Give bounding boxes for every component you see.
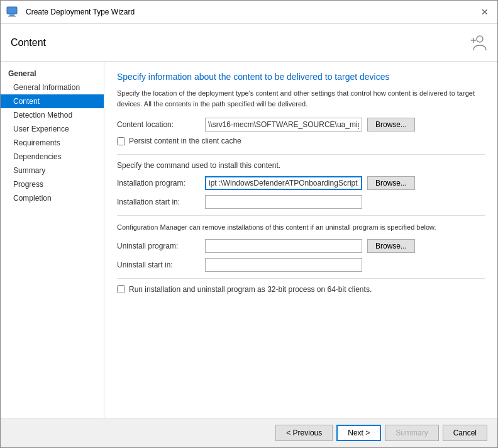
persist-cache-checkbox[interactable]: [117, 137, 125, 145]
persist-cache-label: Persist content in the client cache: [129, 137, 241, 145]
body: General General Information Content Dete…: [1, 62, 497, 418]
sidebar-item-detection-method[interactable]: Detection Method: [1, 108, 104, 122]
description-text: Specify the location of the deployment t…: [117, 88, 485, 109]
installation-program-row: Installation program: Browse...: [117, 176, 485, 190]
installation-start-in-row: Installation start in:: [117, 195, 485, 209]
separator-3: [117, 278, 485, 279]
installation-start-in-input[interactable]: [205, 195, 362, 209]
run-32bit-row: Run installation and uninstall program a…: [117, 285, 485, 294]
browse-button-1[interactable]: Browse...: [367, 118, 415, 132]
header-strip: Content: [1, 24, 497, 62]
title-bar-title: Create Deployment Type Wizard: [26, 8, 135, 16]
uninstall-program-input[interactable]: [205, 239, 362, 253]
config-note: Configuration Manager can remove install…: [117, 222, 485, 233]
cancel-button[interactable]: Cancel: [443, 425, 487, 441]
summary-button[interactable]: Summary: [385, 425, 438, 441]
uninstall-start-in-label: Uninstall start in:: [117, 260, 205, 269]
content-location-label: Content location:: [117, 120, 205, 129]
header-title: Content: [11, 37, 46, 48]
uninstall-start-in-row: Uninstall start in:: [117, 258, 485, 272]
separator-1: [117, 154, 485, 155]
browse-button-2[interactable]: Browse...: [367, 176, 415, 190]
content-location-input[interactable]: [205, 118, 362, 132]
separator-2: [117, 215, 485, 216]
content-location-row: Content location: Browse...: [117, 118, 485, 132]
next-button[interactable]: Next >: [336, 425, 381, 441]
title-bar: Create Deployment Type Wizard ✕: [1, 1, 497, 24]
browse-button-3[interactable]: Browse...: [367, 239, 415, 253]
svg-rect-2: [8, 16, 16, 17]
close-button[interactable]: ✕: [477, 6, 492, 18]
wizard-window: Create Deployment Type Wizard ✕ Content …: [0, 0, 498, 448]
sidebar-item-user-experience[interactable]: User Experience: [1, 122, 104, 136]
title-bar-left: Create Deployment Type Wizard: [6, 4, 135, 20]
installation-start-in-label: Installation start in:: [117, 198, 205, 206]
sidebar-item-completion[interactable]: Completion: [1, 191, 104, 205]
header-icon: [467, 33, 487, 53]
run-32bit-label: Run installation and uninstall program a…: [129, 285, 372, 294]
section-title: Specify information about the content to…: [117, 72, 485, 82]
sidebar-item-content[interactable]: Content: [1, 94, 104, 108]
uninstall-start-in-input[interactable]: [205, 258, 362, 272]
sidebar-item-progress[interactable]: Progress: [1, 177, 104, 191]
previous-button[interactable]: < Previous: [275, 425, 333, 441]
sidebar-group-label: General: [1, 67, 104, 81]
installation-program-label: Installation program:: [117, 179, 205, 188]
command-section-title: Specify the command used to install this…: [117, 161, 485, 170]
svg-rect-1: [9, 14, 14, 16]
uninstall-program-label: Uninstall program:: [117, 242, 205, 250]
run-32bit-checkbox[interactable]: [117, 285, 125, 293]
main-content: Specify information about the content to…: [104, 62, 497, 418]
footer: < Previous Next > Summary Cancel: [1, 418, 497, 447]
title-bar-icon: [6, 4, 21, 20]
uninstall-program-row: Uninstall program: Browse...: [117, 239, 485, 253]
svg-rect-0: [7, 7, 17, 14]
sidebar-item-general-information[interactable]: General Information: [1, 81, 104, 94]
sidebar-item-dependencies[interactable]: Dependencies: [1, 150, 104, 164]
svg-point-3: [477, 36, 483, 42]
sidebar-item-requirements[interactable]: Requirements: [1, 136, 104, 150]
installation-program-input[interactable]: [205, 176, 362, 190]
sidebar: General General Information Content Dete…: [1, 62, 104, 418]
persist-cache-row: Persist content in the client cache: [117, 137, 485, 145]
sidebar-item-summary[interactable]: Summary: [1, 164, 104, 177]
